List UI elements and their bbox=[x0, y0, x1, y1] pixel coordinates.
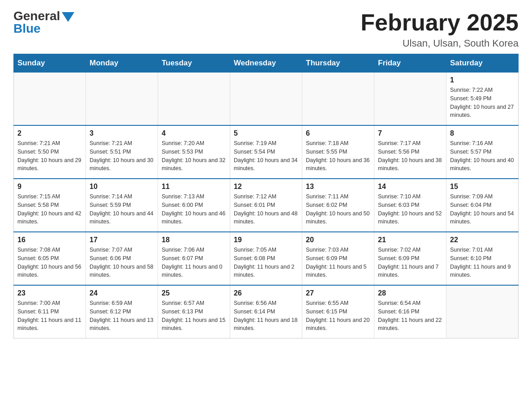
calendar-cell: 13Sunrise: 7:11 AM Sunset: 6:02 PM Dayli… bbox=[302, 179, 374, 232]
day-info: Sunrise: 7:10 AM Sunset: 6:03 PM Dayligh… bbox=[378, 193, 442, 226]
calendar-cell: 15Sunrise: 7:09 AM Sunset: 6:04 PM Dayli… bbox=[446, 179, 519, 232]
day-info: Sunrise: 7:07 AM Sunset: 6:06 PM Dayligh… bbox=[90, 246, 154, 279]
day-number: 27 bbox=[306, 289, 370, 297]
day-number: 8 bbox=[450, 129, 515, 137]
calendar-cell: 19Sunrise: 7:05 AM Sunset: 6:08 PM Dayli… bbox=[230, 232, 302, 285]
calendar-cell: 24Sunrise: 6:59 AM Sunset: 6:12 PM Dayli… bbox=[86, 285, 158, 338]
day-number: 13 bbox=[306, 183, 370, 191]
calendar-header-sunday: Sunday bbox=[14, 54, 86, 73]
calendar-cell: 10Sunrise: 7:14 AM Sunset: 5:59 PM Dayli… bbox=[86, 179, 158, 232]
calendar-cell: 22Sunrise: 7:01 AM Sunset: 6:10 PM Dayli… bbox=[446, 232, 519, 285]
day-info: Sunrise: 7:02 AM Sunset: 6:09 PM Dayligh… bbox=[378, 246, 442, 279]
day-info: Sunrise: 7:12 AM Sunset: 6:01 PM Dayligh… bbox=[234, 193, 298, 226]
calendar-cell: 2Sunrise: 7:21 AM Sunset: 5:50 PM Daylig… bbox=[14, 125, 86, 179]
day-number: 23 bbox=[17, 289, 82, 297]
calendar-header-saturday: Saturday bbox=[446, 54, 519, 73]
title-section: February 2025 Ulsan, Ulsan, South Korea bbox=[360, 9, 519, 49]
day-info: Sunrise: 7:03 AM Sunset: 6:09 PM Dayligh… bbox=[306, 246, 370, 279]
calendar-cell bbox=[86, 73, 158, 126]
calendar-week-row: 1Sunrise: 7:22 AM Sunset: 5:49 PM Daylig… bbox=[14, 73, 519, 126]
day-number: 20 bbox=[306, 236, 370, 244]
calendar-cell: 1Sunrise: 7:22 AM Sunset: 5:49 PM Daylig… bbox=[446, 73, 519, 126]
calendar-cell: 5Sunrise: 7:19 AM Sunset: 5:54 PM Daylig… bbox=[230, 125, 302, 179]
calendar-cell: 18Sunrise: 7:06 AM Sunset: 6:07 PM Dayli… bbox=[158, 232, 230, 285]
calendar-cell: 17Sunrise: 7:07 AM Sunset: 6:06 PM Dayli… bbox=[86, 232, 158, 285]
day-info: Sunrise: 7:09 AM Sunset: 6:04 PM Dayligh… bbox=[450, 193, 515, 226]
day-number: 11 bbox=[162, 183, 226, 191]
day-info: Sunrise: 7:16 AM Sunset: 5:57 PM Dayligh… bbox=[450, 139, 515, 173]
day-number: 2 bbox=[17, 129, 82, 137]
day-number: 12 bbox=[234, 183, 298, 191]
day-info: Sunrise: 6:56 AM Sunset: 6:14 PM Dayligh… bbox=[234, 299, 298, 333]
calendar-header-tuesday: Tuesday bbox=[158, 54, 230, 73]
calendar-week-row: 16Sunrise: 7:08 AM Sunset: 6:05 PM Dayli… bbox=[14, 232, 519, 285]
day-number: 21 bbox=[378, 236, 442, 244]
day-number: 6 bbox=[306, 129, 370, 137]
day-info: Sunrise: 7:15 AM Sunset: 5:58 PM Dayligh… bbox=[17, 193, 82, 226]
day-info: Sunrise: 7:11 AM Sunset: 6:02 PM Dayligh… bbox=[306, 193, 370, 226]
calendar-cell: 14Sunrise: 7:10 AM Sunset: 6:03 PM Dayli… bbox=[374, 179, 446, 232]
day-info: Sunrise: 7:01 AM Sunset: 6:10 PM Dayligh… bbox=[450, 246, 515, 279]
calendar-table: SundayMondayTuesdayWednesdayThursdayFrid… bbox=[13, 54, 519, 338]
calendar-cell: 28Sunrise: 6:54 AM Sunset: 6:16 PM Dayli… bbox=[374, 285, 446, 338]
day-number: 17 bbox=[90, 236, 154, 244]
day-info: Sunrise: 7:21 AM Sunset: 5:51 PM Dayligh… bbox=[90, 139, 154, 173]
day-number: 24 bbox=[90, 289, 154, 297]
day-number: 14 bbox=[378, 183, 442, 191]
day-number: 5 bbox=[234, 129, 298, 137]
day-number: 22 bbox=[450, 236, 515, 244]
day-number: 25 bbox=[162, 289, 226, 297]
calendar-cell: 26Sunrise: 6:56 AM Sunset: 6:14 PM Dayli… bbox=[230, 285, 302, 338]
calendar-week-row: 23Sunrise: 7:00 AM Sunset: 6:11 PM Dayli… bbox=[14, 285, 519, 338]
logo: General Blue bbox=[13, 9, 74, 36]
calendar-cell: 27Sunrise: 6:55 AM Sunset: 6:15 PM Dayli… bbox=[302, 285, 374, 338]
day-info: Sunrise: 7:21 AM Sunset: 5:50 PM Dayligh… bbox=[17, 139, 82, 173]
day-info: Sunrise: 7:18 AM Sunset: 5:55 PM Dayligh… bbox=[306, 139, 370, 173]
day-number: 10 bbox=[90, 183, 154, 191]
calendar-week-row: 9Sunrise: 7:15 AM Sunset: 5:58 PM Daylig… bbox=[14, 179, 519, 232]
day-info: Sunrise: 7:19 AM Sunset: 5:54 PM Dayligh… bbox=[234, 139, 298, 173]
calendar-cell: 3Sunrise: 7:21 AM Sunset: 5:51 PM Daylig… bbox=[86, 125, 158, 179]
calendar-week-row: 2Sunrise: 7:21 AM Sunset: 5:50 PM Daylig… bbox=[14, 125, 519, 179]
day-info: Sunrise: 7:17 AM Sunset: 5:56 PM Dayligh… bbox=[378, 139, 442, 173]
calendar-cell: 7Sunrise: 7:17 AM Sunset: 5:56 PM Daylig… bbox=[374, 125, 446, 179]
day-info: Sunrise: 7:08 AM Sunset: 6:05 PM Dayligh… bbox=[17, 246, 82, 279]
day-number: 4 bbox=[162, 129, 226, 137]
calendar-header-wednesday: Wednesday bbox=[230, 54, 302, 73]
calendar-cell: 8Sunrise: 7:16 AM Sunset: 5:57 PM Daylig… bbox=[446, 125, 519, 179]
day-number: 3 bbox=[90, 129, 154, 137]
calendar-header-monday: Monday bbox=[86, 54, 158, 73]
day-number: 1 bbox=[450, 76, 515, 84]
day-info: Sunrise: 6:59 AM Sunset: 6:12 PM Dayligh… bbox=[90, 299, 154, 333]
day-info: Sunrise: 6:55 AM Sunset: 6:15 PM Dayligh… bbox=[306, 299, 370, 333]
calendar-cell bbox=[302, 73, 374, 126]
calendar-cell bbox=[230, 73, 302, 126]
calendar-cell: 21Sunrise: 7:02 AM Sunset: 6:09 PM Dayli… bbox=[374, 232, 446, 285]
calendar-cell bbox=[374, 73, 446, 126]
calendar-cell: 4Sunrise: 7:20 AM Sunset: 5:53 PM Daylig… bbox=[158, 125, 230, 179]
month-title: February 2025 bbox=[360, 9, 519, 36]
day-info: Sunrise: 7:22 AM Sunset: 5:49 PM Dayligh… bbox=[450, 86, 515, 120]
logo-triangle-icon bbox=[62, 12, 74, 22]
calendar-cell bbox=[158, 73, 230, 126]
calendar-cell: 9Sunrise: 7:15 AM Sunset: 5:58 PM Daylig… bbox=[14, 179, 86, 232]
calendar-cell: 23Sunrise: 7:00 AM Sunset: 6:11 PM Dayli… bbox=[14, 285, 86, 338]
logo-blue-text: Blue bbox=[13, 21, 41, 36]
day-number: 15 bbox=[450, 183, 515, 191]
calendar-header-friday: Friday bbox=[374, 54, 446, 73]
day-number: 28 bbox=[378, 289, 442, 297]
location-subtitle: Ulsan, Ulsan, South Korea bbox=[360, 38, 519, 49]
day-info: Sunrise: 7:14 AM Sunset: 5:59 PM Dayligh… bbox=[90, 193, 154, 226]
day-number: 18 bbox=[162, 236, 226, 244]
day-number: 7 bbox=[378, 129, 442, 137]
day-info: Sunrise: 7:13 AM Sunset: 6:00 PM Dayligh… bbox=[162, 193, 226, 226]
day-info: Sunrise: 7:06 AM Sunset: 6:07 PM Dayligh… bbox=[162, 246, 226, 279]
day-info: Sunrise: 7:20 AM Sunset: 5:53 PM Dayligh… bbox=[162, 139, 226, 173]
calendar-header-row: SundayMondayTuesdayWednesdayThursdayFrid… bbox=[14, 54, 519, 73]
day-number: 9 bbox=[17, 183, 82, 191]
calendar-cell: 20Sunrise: 7:03 AM Sunset: 6:09 PM Dayli… bbox=[302, 232, 374, 285]
day-number: 26 bbox=[234, 289, 298, 297]
day-info: Sunrise: 6:54 AM Sunset: 6:16 PM Dayligh… bbox=[378, 299, 442, 333]
calendar-cell bbox=[14, 73, 86, 126]
calendar-cell: 6Sunrise: 7:18 AM Sunset: 5:55 PM Daylig… bbox=[302, 125, 374, 179]
